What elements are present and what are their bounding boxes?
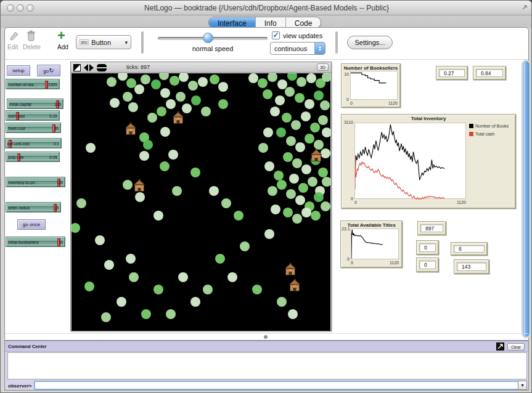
reader-turtle [160,161,170,171]
edit-pencil-icon[interactable] [9,31,19,42]
reader-turtle [263,128,273,137]
monitor: 0.84 [473,66,506,80]
add-plus-icon[interactable]: + [57,28,65,44]
command-center: Command Center Clear observer> ▼ [4,341,529,391]
bookseller-house [284,262,297,276]
slider-number-of-rea-[interactable]: number-of-rea... 1920 [6,79,60,89]
add-button[interactable]: Add [57,44,68,51]
monitor: 0 [416,257,439,272]
reader-turtle [292,214,302,224]
command-center-output[interactable] [7,352,527,379]
reader-turtle [298,183,308,193]
view-height-icon[interactable] [97,64,107,71]
vertical-scrollbar[interactable] [522,60,531,338]
widget-type-chooser[interactable]: abc Button ▾ [76,35,131,49]
reader-turtle [176,92,186,102]
view-updates-checkbox[interactable]: ✓ [272,31,280,39]
tab-code[interactable]: Code [286,17,321,28]
y-axis-label: 0 [342,97,349,102]
go-forever-button[interactable]: go↻ [37,65,60,76]
reader-turtle [170,76,179,86]
reader-turtle [275,95,285,105]
monitor-value: 0.84 [481,70,491,76]
monitor-display: 0 [419,261,436,269]
view-header: ticks: 897 3D [71,62,331,73]
reader-turtle [135,192,145,202]
world-canvas[interactable] [72,73,330,331]
tab-interface[interactable]: Interface [209,17,256,28]
delete-trash-icon[interactable] [27,30,36,42]
reader-turtle [264,161,274,171]
x-axis-label: 1120 [350,101,398,105]
slider-label: fixed-cost [8,126,25,131]
reader-turtle [104,260,114,270]
update-mode-dropdown[interactable]: continuous ▲▼ [270,42,325,55]
reader-turtle [191,95,201,105]
y-axis-label: 0 [342,197,353,201]
reader-turtle [118,73,128,81]
slider-thumb[interactable] [45,81,48,89]
plot-title: Total Inventory [342,116,515,121]
resize-icon [522,4,528,10]
reader-turtle [282,113,292,123]
update-mode-value: continuous [271,45,314,52]
view-size-icon[interactable] [73,64,81,71]
reader-turtle [283,152,293,162]
plot-number-of-booksellers: Number of Booksellers 10001120 [341,63,401,108]
clear-button[interactable]: Clear [507,343,525,350]
chooser-selected-value: Button [91,39,125,46]
title-bar: NetLogo — booktrade {/Users/cdh/Dropbox/… [1,1,532,15]
slider-inventory-to-pri-[interactable]: inventory-to-pri... 3.0 [6,177,65,187]
slider-seller-radius[interactable]: seller-radius 10 [6,202,61,213]
slider-initial-booksellers[interactable]: initial-booksellers 10 [6,237,65,247]
reader-turtle [318,168,328,177]
reader-turtle [314,91,324,100]
reader-turtle [179,73,189,82]
monitor-value: 0.27 [444,70,454,76]
splitter-handle[interactable] [264,335,268,339]
slider-pulp-rate[interactable]: pulp-rate 0.05 [6,152,60,162]
view-3d-button[interactable]: 3D [317,63,329,71]
monitor-display: 897 [420,224,443,232]
legend-swatch [469,124,473,128]
reader-turtle [263,89,272,99]
reader-turtle [320,100,330,110]
slider-label: initial-capital [9,102,31,107]
slider-value: 1920 [49,83,57,87]
slider-value: 0.20 [49,114,57,118]
reader-turtle [305,134,314,144]
go-once-button[interactable]: go once [17,219,46,230]
history-dropdown-button[interactable]: ▼ [518,381,527,390]
slider-value: 30 [54,126,59,131]
slider-overhead[interactable]: overhead 0.20 [6,110,60,121]
reader-turtle [157,107,166,116]
plot-title: Number of Booksellers [342,65,400,71]
reader-turtle [276,128,286,137]
reader-turtle [240,241,250,251]
slider-initial-capital[interactable]: initial-capital 200 [7,99,63,109]
tab-info[interactable]: Info [256,17,286,28]
reader-turtle [190,297,200,307]
delete-button[interactable]: Delete [23,44,41,51]
edit-button[interactable]: Edit [7,44,18,51]
view-width-icon[interactable] [84,64,94,71]
slider-label: inventory-to-pri... [8,180,38,185]
reader-turtle [203,285,213,294]
reader-turtle [308,177,317,187]
reader-turtle [301,111,311,121]
plot-area [351,229,399,259]
settings-button[interactable]: Settings... [347,36,393,49]
scrollbar-thumb[interactable] [523,61,530,337]
reader-turtle [270,107,280,116]
expand-command-center-icon[interactable] [496,342,504,350]
reader-turtle [110,98,120,108]
command-input-field[interactable] [34,381,522,390]
slider-fixed-cost[interactable]: fixed-cost 30 [6,123,61,133]
reader-turtle [277,180,287,190]
toolbar-separator [5,59,528,60]
reader-turtle [297,77,306,87]
setup-button[interactable]: setup [7,65,30,76]
slider-per-unit-cost[interactable]: per-unit-cost 0.1 [5,138,62,148]
reader-turtle [286,189,296,199]
speed-slider-thumb[interactable] [203,33,213,43]
